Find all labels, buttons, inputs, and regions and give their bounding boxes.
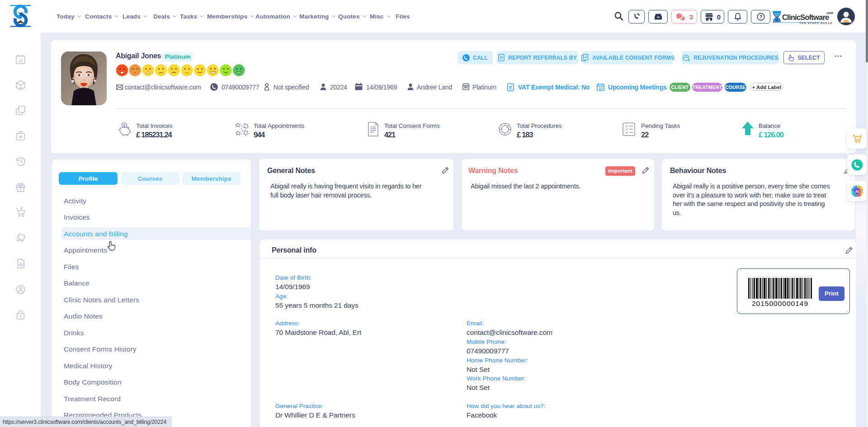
svg-text:.com: .com [826, 11, 833, 14]
svg-text:?: ? [759, 14, 762, 19]
svg-text:ClinicSoftware: ClinicSoftware [782, 13, 829, 21]
svg-text:12: 12 [599, 87, 603, 90]
svg-text:TEN STEPS AHEAD: TEN STEPS AHEAD [799, 22, 833, 24]
svg-text:12: 12 [19, 58, 23, 63]
svg-text:$: $ [123, 123, 126, 127]
svg-text:AI: AI [855, 189, 859, 193]
